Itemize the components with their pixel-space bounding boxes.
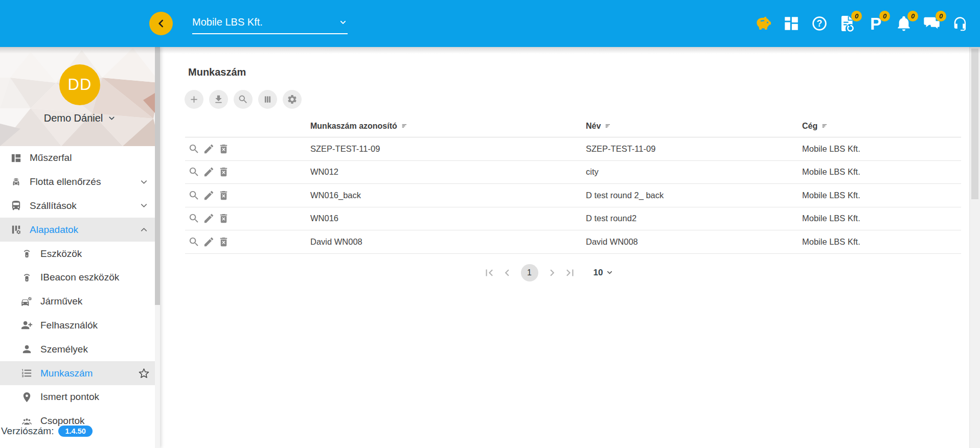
search-icon: [188, 166, 200, 178]
sidebar-item-szemelyek[interactable]: Személyek: [0, 337, 160, 361]
sidebar-item-muszerfal[interactable]: Műszerfal: [0, 146, 160, 170]
notifications-badge: 0: [907, 11, 918, 21]
row-edit-button[interactable]: [203, 190, 215, 201]
messages-icon[interactable]: 0: [922, 14, 942, 33]
sidebar-item-alapadatok[interactable]: Alapadatok: [0, 218, 160, 242]
edit-pencil-icon: [203, 190, 215, 201]
row-view-button[interactable]: [188, 143, 200, 155]
back-button[interactable]: [149, 12, 173, 35]
row-view-button[interactable]: [188, 213, 200, 224]
add-button[interactable]: [185, 90, 203, 109]
current-page-indicator[interactable]: 1: [521, 264, 538, 281]
previous-page-button[interactable]: [500, 266, 514, 279]
chevron-down-icon: [338, 18, 348, 27]
work-number-table: Munkaszám azonosítóNévCégSZEP-TEST-11-09…: [185, 115, 961, 254]
piggy-bank-icon[interactable]: [754, 14, 773, 33]
sidebar-item-ismert-pontok[interactable]: Ismert pontok: [0, 385, 160, 409]
fleet-check-icon: [10, 176, 22, 188]
person-icon: [21, 343, 33, 355]
sidebar-item-label: Felhasználók: [40, 320, 98, 331]
chevron-down-icon: [606, 269, 613, 276]
chevron-down-icon: [107, 114, 116, 123]
sidebar-item-flotta-ellenorzes[interactable]: Flotta ellenőrzés: [0, 170, 160, 194]
sidebar-item-label: Alapadatok: [30, 224, 78, 235]
column-header[interactable]: Munkaszám azonosító: [310, 122, 586, 131]
version-label: Verziószám:: [1, 426, 54, 437]
row-edit-button[interactable]: [203, 166, 215, 178]
sidebar-scrollbar-thumb[interactable]: [155, 47, 160, 305]
delete-trash-icon: [218, 213, 230, 224]
apps-grid-icon[interactable]: [782, 14, 801, 33]
sidebar-item-eszkozok[interactable]: Eszközök: [0, 242, 160, 266]
first-page-button[interactable]: [483, 266, 496, 279]
row-edit-button[interactable]: [203, 236, 215, 248]
row-view-button[interactable]: [188, 236, 200, 248]
column-header[interactable]: Név: [586, 122, 802, 131]
columns-button[interactable]: [258, 90, 277, 109]
search-icon: [188, 213, 200, 224]
cell-name: D test round2: [586, 214, 802, 223]
sidebar-item-ibeacon-eszkozok[interactable]: IBeacon eszközök: [0, 266, 160, 290]
help-icon[interactable]: ?: [810, 14, 829, 33]
main-content: Munkaszám Munkaszám azonosítóNévCégSZEP-…: [160, 47, 970, 448]
cell-name: city: [586, 167, 802, 177]
sort-icon[interactable]: [401, 122, 409, 130]
delete-trash-icon: [218, 166, 230, 178]
table-row: WN012cityMobile LBS Kft.: [185, 161, 961, 184]
sidebar-scrollbar[interactable]: [155, 47, 160, 448]
sort-icon[interactable]: [821, 122, 829, 130]
page-size-selector[interactable]: 10: [594, 268, 614, 278]
sidebar-item-szallitasok[interactable]: Szállítások: [0, 194, 160, 218]
column-header[interactable]: Cég: [802, 122, 961, 131]
next-page-button[interactable]: [545, 266, 559, 279]
headset-icon[interactable]: [950, 14, 970, 33]
chevron-left-icon: [156, 18, 166, 29]
settings-button[interactable]: [283, 90, 302, 109]
svg-text:?: ?: [817, 18, 823, 29]
cell-company: Mobile LBS Kft.: [802, 214, 961, 223]
last-page-button[interactable]: [563, 266, 577, 279]
sidebar-item-felhasznalok[interactable]: Felhasználók: [0, 314, 160, 338]
document-sync-icon[interactable]: 0: [838, 14, 857, 33]
cell-id: David WN008: [310, 237, 586, 247]
sidebar: DD Demo Dániel MűszerfalFlotta ellenőrzé…: [0, 47, 160, 448]
cell-id: WN016: [310, 214, 586, 223]
page-scrollbar[interactable]: [969, 47, 980, 448]
edit-pencil-icon: [203, 213, 215, 224]
sidebar-item-label: Eszközök: [40, 248, 82, 260]
sidebar-menu: MűszerfalFlotta ellenőrzésSzállításokAla…: [0, 146, 160, 433]
master-data-icon: [10, 224, 22, 235]
notifications-bell-icon[interactable]: 0: [894, 14, 914, 33]
row-edit-button[interactable]: [203, 213, 215, 224]
sidebar-item-label: Műszerfal: [30, 152, 72, 163]
row-delete-button[interactable]: [218, 166, 230, 178]
company-selector[interactable]: Mobile LBS Kft.: [192, 16, 348, 34]
sidebar-item-label: Ismert pontok: [40, 391, 99, 403]
download-button[interactable]: [209, 90, 228, 109]
row-view-button[interactable]: [188, 190, 200, 201]
search-icon: [238, 94, 248, 105]
vehicle-icon: [21, 296, 33, 308]
cell-id: WN012: [310, 167, 586, 177]
page-size-value: 10: [594, 268, 603, 278]
star-icon[interactable]: [138, 367, 150, 379]
row-delete-button[interactable]: [218, 143, 230, 155]
row-delete-button[interactable]: [218, 236, 230, 248]
user-menu[interactable]: Demo Dániel: [0, 112, 160, 124]
row-view-button[interactable]: [188, 166, 200, 178]
row-delete-button[interactable]: [218, 213, 230, 224]
table-row: David WN008David WN008Mobile LBS Kft.: [185, 230, 961, 254]
sidebar-item-label: IBeacon eszközök: [40, 272, 119, 283]
row-delete-button[interactable]: [218, 190, 230, 201]
search-button[interactable]: [234, 90, 253, 109]
numbered-list-icon: [21, 367, 33, 379]
page-scrollbar-thumb[interactable]: [971, 49, 978, 199]
avatar[interactable]: DD: [59, 64, 100, 105]
sidebar-item-munkaszam[interactable]: Munkaszám: [0, 361, 160, 385]
sidebar-item-label: Járművek: [40, 296, 82, 307]
row-edit-button[interactable]: [203, 143, 215, 155]
cell-name: David WN008: [586, 237, 802, 247]
sort-icon[interactable]: [604, 122, 612, 130]
parking-icon[interactable]: P 0: [866, 14, 885, 33]
sidebar-item-jarmuvek[interactable]: Járművek: [0, 290, 160, 314]
